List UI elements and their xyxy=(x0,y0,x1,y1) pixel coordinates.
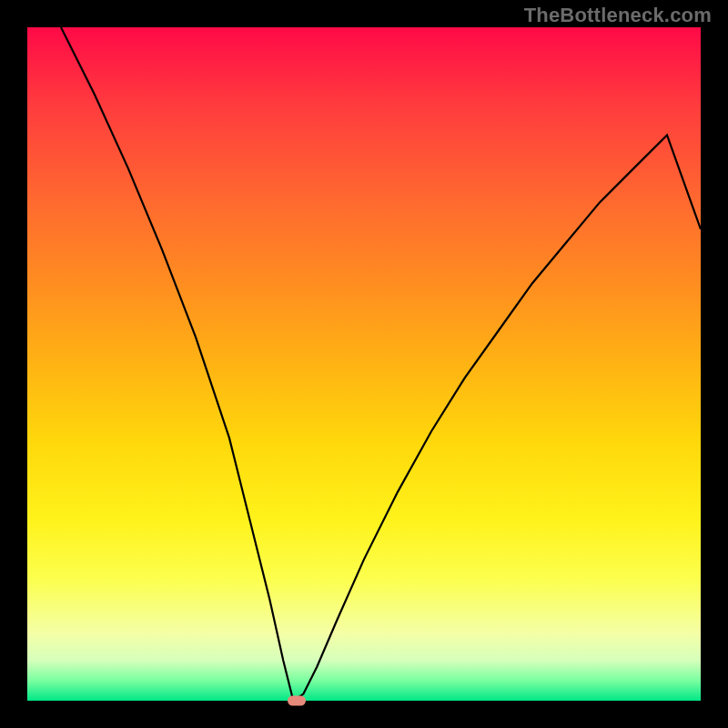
chart-frame: TheBottleneck.com xyxy=(0,0,728,728)
watermark-text: TheBottleneck.com xyxy=(524,4,712,27)
minimum-marker xyxy=(288,696,306,706)
plot-area xyxy=(27,27,701,701)
bottleneck-curve xyxy=(27,27,701,701)
curve-path xyxy=(61,27,701,701)
